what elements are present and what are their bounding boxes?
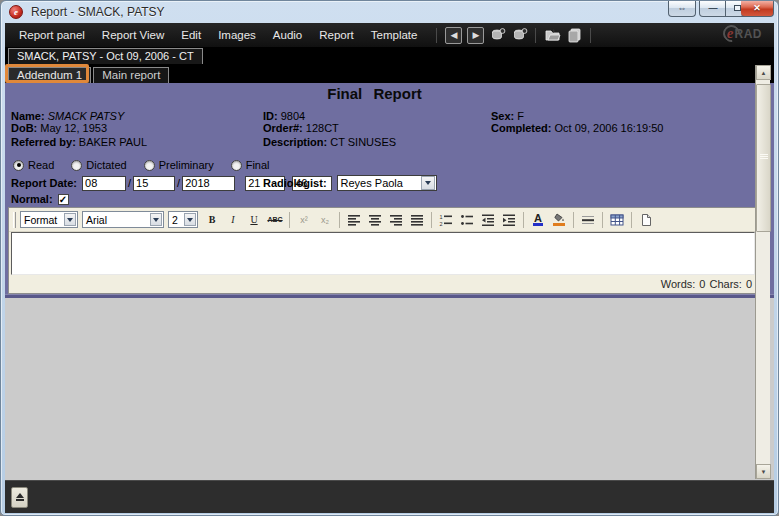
highlight-color-button[interactable] — [549, 210, 569, 229]
scroll-down-button[interactable]: ▼ — [756, 464, 771, 479]
italic-button[interactable]: I — [223, 210, 243, 229]
toolbar-separator — [523, 212, 524, 228]
chevron-down-icon[interactable] — [421, 176, 435, 190]
font-size-select[interactable]: 2 — [168, 211, 198, 228]
toolbar-grip — [13, 212, 16, 228]
justify-button[interactable] — [407, 210, 427, 229]
eject-icon-bar — [16, 499, 24, 501]
ordered-list-icon: 1 2 — [439, 213, 453, 227]
report-text-area[interactable] — [11, 232, 755, 275]
radio-read[interactable]: Read — [13, 159, 54, 171]
align-left-button[interactable] — [344, 210, 364, 229]
vertical-scrollbar[interactable]: ▲ ▼ — [755, 65, 770, 479]
referred-label: Referred by: — [11, 136, 76, 148]
title-bar[interactable]: e Report - SMACK, PATSY ⇔ — ✕ — [1, 1, 778, 23]
indent-icon — [502, 213, 516, 227]
patient-id-row: ID: 9804 — [263, 110, 396, 122]
chevron-down-icon[interactable] — [184, 213, 196, 226]
tab-addendum-1[interactable]: Addendum 1 — [8, 67, 91, 83]
menu-images[interactable]: Images — [218, 29, 256, 41]
align-center-button[interactable] — [365, 210, 385, 229]
align-right-button[interactable] — [386, 210, 406, 229]
order-value: 128CT — [306, 122, 339, 134]
dob-label: DoB: — [11, 122, 37, 134]
sex-row: Sex: F — [491, 110, 663, 122]
date-separator: / — [177, 177, 180, 189]
menu-report-view[interactable]: Report View — [102, 29, 164, 41]
toolbar-separator — [573, 212, 574, 228]
stretch-window-button[interactable]: ⇔ — [668, 1, 696, 17]
completed-value: Oct 09, 2006 16:19:50 — [555, 122, 664, 134]
play-audio-button[interactable] — [511, 27, 528, 44]
report-date-label: Report Date: — [11, 177, 77, 189]
study-tab[interactable]: SMACK, PATSY - Oct 09, 2006 - CT — [8, 48, 203, 64]
study-tab-bar: SMACK, PATSY - Oct 09, 2006 - CT — [5, 47, 774, 64]
font-select[interactable]: Arial — [82, 211, 164, 228]
templates-book-button[interactable] — [566, 27, 583, 44]
date-separator: / — [128, 177, 131, 189]
toolbar-separator — [535, 28, 536, 43]
align-right-icon — [389, 213, 403, 227]
radio-preliminary-circle[interactable] — [144, 160, 155, 171]
scrollbar-thumb[interactable] — [756, 84, 771, 232]
insert-table-button[interactable] — [607, 210, 627, 229]
order-label: Order#: — [263, 122, 303, 134]
expand-panel-button[interactable] — [11, 487, 28, 508]
radiologist-select[interactable]: Reyes Paola — [337, 175, 437, 191]
order-row: Order#: 128CT — [263, 122, 396, 134]
horizontal-rule-button[interactable] — [578, 210, 598, 229]
referred-value: BAKER PAUL — [79, 136, 147, 148]
strikethrough-button[interactable]: ABC — [265, 210, 285, 229]
previous-report-button[interactable]: ◀ — [445, 27, 462, 44]
insert-table-icon — [610, 213, 624, 227]
menu-report[interactable]: Report — [319, 29, 354, 41]
open-folder-button[interactable] — [544, 27, 561, 44]
radio-final[interactable]: Final — [231, 159, 270, 171]
menu-report-panel[interactable]: Report panel — [19, 29, 85, 41]
format-select[interactable]: Format — [20, 211, 78, 228]
menu-audio[interactable]: Audio — [273, 29, 302, 41]
referred-row: Referred by: BAKER PAUL — [11, 136, 147, 148]
description-row: Description: CT SINUSES — [263, 136, 396, 148]
superscript-button[interactable]: x² — [294, 210, 314, 229]
date-year-input[interactable] — [182, 176, 235, 191]
normal-checkbox[interactable]: ✓ — [58, 194, 69, 205]
minimize-button[interactable]: — — [699, 1, 726, 17]
toolbar-separator — [631, 212, 632, 228]
window-title: Report - SMACK, PATSY — [31, 5, 165, 19]
date-day-input[interactable] — [133, 176, 175, 191]
description-value: CT SINUSES — [330, 136, 396, 148]
new-page-button[interactable] — [636, 210, 656, 229]
next-report-button[interactable]: ▶ — [467, 27, 484, 44]
chevron-down-icon[interactable] — [64, 213, 76, 226]
underline-button[interactable]: U — [244, 210, 264, 229]
radio-preliminary[interactable]: Preliminary — [144, 159, 214, 171]
name-value: SMACK PATSY — [48, 110, 125, 122]
chevron-down-icon[interactable] — [150, 213, 162, 226]
radio-dictated[interactable]: Dictated — [71, 159, 126, 171]
radio-dictated-circle[interactable] — [71, 160, 82, 171]
outdent-button[interactable] — [478, 210, 498, 229]
radio-read-circle[interactable] — [13, 160, 24, 171]
bold-button[interactable]: B — [202, 210, 222, 229]
close-button[interactable]: ✕ — [741, 1, 774, 17]
font-value: Arial — [83, 214, 149, 226]
unordered-list-button[interactable] — [457, 210, 477, 229]
menu-edit[interactable]: Edit — [181, 29, 201, 41]
indent-button[interactable] — [499, 210, 519, 229]
date-month-input[interactable] — [82, 176, 126, 191]
record-audio-button[interactable] — [489, 27, 506, 44]
radio-final-circle[interactable] — [231, 160, 242, 171]
report-text-editor: Format Arial 2 B I U ABC — [8, 207, 758, 294]
tab-main-report[interactable]: Main report — [93, 67, 169, 83]
audio-stack-play-icon — [512, 27, 528, 43]
svg-text:1: 1 — [440, 213, 443, 219]
subscript-button[interactable]: x₂ — [315, 210, 335, 229]
font-color-button[interactable]: A — [528, 210, 548, 229]
radiologist-value: Reyes Paola — [338, 177, 420, 189]
menu-template[interactable]: Template — [371, 29, 418, 41]
scroll-up-button[interactable]: ▲ — [756, 65, 771, 80]
ordered-list-button[interactable]: 1 2 — [436, 210, 456, 229]
maximize-icon — [734, 5, 741, 11]
words-count: 0 — [699, 278, 705, 290]
